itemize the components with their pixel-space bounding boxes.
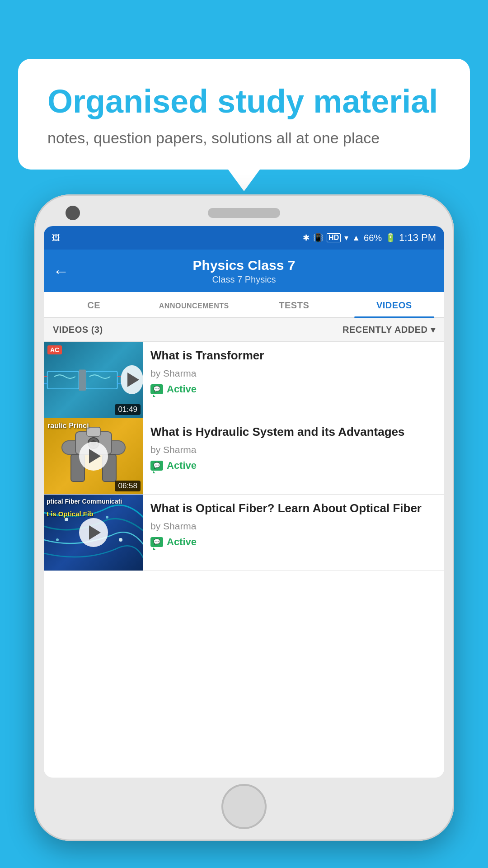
chevron-down-icon: ▾ (431, 324, 436, 335)
svg-rect-0 (47, 371, 79, 389)
battery-icon: 🔋 (385, 233, 395, 243)
video-status-3: 💬 Active (150, 536, 437, 548)
svg-point-16 (119, 538, 122, 542)
video-title-1: What is Transformer (150, 348, 437, 363)
speech-bubble-container: Organised study material notes, question… (18, 59, 470, 170)
hd-badge: HD (327, 233, 341, 242)
speech-bubble: Organised study material notes, question… (18, 59, 470, 170)
video-info-3: What is Optical Fiber? Learn About Optic… (143, 495, 444, 571)
svg-rect-1 (86, 371, 117, 389)
video-author-3: by Sharma (150, 521, 437, 532)
active-badge-2: Active (167, 460, 197, 472)
video-author-2: by Sharma (150, 444, 437, 455)
vibrate-icon: 📳 (313, 233, 323, 243)
signal-icon: ▲ (352, 233, 360, 243)
status-left: 🖼 (52, 233, 60, 243)
video-thumbnail-2: raulic Princi 06:58 (44, 418, 143, 494)
play-button-1[interactable] (121, 365, 143, 394)
phone-screen: 🖼 ✱ 📳 HD ▾ ▲ 66% 🔋 1:13 PM ← Physics Cla… (44, 226, 444, 778)
tabs-bar: CE ANNOUNCEMENTS TESTS VIDEOS (44, 292, 444, 318)
status-bar: 🖼 ✱ 📳 HD ▾ ▲ 66% 🔋 1:13 PM (44, 226, 444, 250)
chat-icon-1: 💬 (150, 384, 163, 394)
video-duration-2: 06:58 (115, 481, 141, 491)
sort-label: RECENTLY ADDED (343, 325, 428, 335)
video-status-1: 💬 Active (150, 383, 437, 395)
ce-badge: AC (47, 345, 62, 354)
video-list: AC 01:49 What is Transformer by Sharma 💬 (44, 342, 444, 571)
bubble-subtitle: notes, question papers, solutions all at… (47, 129, 441, 147)
home-button-area (44, 778, 444, 833)
video-thumbnail-3: ptical Fiber Communicati t is Optical Fi… (44, 495, 143, 571)
tab-ce[interactable]: CE (44, 292, 144, 317)
video-info-2: What is Hydraulic System and its Advanta… (143, 418, 444, 494)
video-item-3[interactable]: ptical Fiber Communicati t is Optical Fi… (44, 495, 444, 571)
video-title-3: What is Optical Fiber? Learn About Optic… (150, 501, 437, 516)
phone-wrapper: 🖼 ✱ 📳 HD ▾ ▲ 66% 🔋 1:13 PM ← Physics Cla… (34, 194, 454, 868)
filter-bar: VIDEOS (3) RECENTLY ADDED ▾ (44, 318, 444, 342)
svg-point-14 (65, 518, 68, 521)
video-duration-1: 01:49 (115, 404, 141, 415)
camera (66, 206, 80, 220)
header-breadcrumb: Class 7 Physics (78, 274, 410, 285)
home-button[interactable] (221, 784, 267, 829)
video-item-1[interactable]: AC 01:49 What is Transformer by Sharma 💬 (44, 342, 444, 418)
tab-announcements[interactable]: ANNOUNCEMENTS (144, 292, 244, 317)
video-thumbnail-1: AC 01:49 (44, 342, 143, 418)
status-right: ✱ 📳 HD ▾ ▲ 66% 🔋 1:13 PM (303, 232, 436, 244)
speaker (208, 208, 280, 218)
app-header: ← Physics Class 7 Class 7 Physics (44, 250, 444, 292)
svg-point-17 (56, 538, 59, 541)
play-icon-2 (89, 449, 101, 463)
wifi-icon: ▾ (344, 233, 348, 243)
phone-top-bar (44, 208, 444, 218)
video-title-2: What is Hydraulic System and its Advanta… (150, 425, 437, 440)
video-info-1: What is Transformer by Sharma 💬 Active (143, 342, 444, 418)
header-title: Physics Class 7 (78, 258, 410, 273)
play-button-3[interactable] (79, 518, 108, 547)
battery-percent: 66% (364, 233, 382, 243)
chat-icon-3: 💬 (150, 537, 163, 547)
video-item-2[interactable]: raulic Princi 06:58 What is Hydraulic Sy… (44, 418, 444, 495)
header-title-area: Physics Class 7 Class 7 Physics (78, 258, 410, 285)
tab-videos[interactable]: VIDEOS (344, 292, 445, 317)
video-status-2: 💬 Active (150, 460, 437, 472)
videos-count: VIDEOS (3) (53, 325, 103, 335)
back-button[interactable]: ← (53, 263, 69, 279)
svg-rect-2 (79, 370, 85, 391)
image-icon: 🖼 (52, 233, 60, 243)
bubble-title: Organised study material (47, 84, 441, 119)
active-badge-3: Active (167, 536, 197, 548)
phone-outer: 🖼 ✱ 📳 HD ▾ ▲ 66% 🔋 1:13 PM ← Physics Cla… (34, 194, 454, 841)
status-time: 1:13 PM (399, 232, 436, 244)
active-badge-1: Active (167, 383, 197, 395)
play-icon-1 (127, 373, 139, 387)
video-author-1: by Sharma (150, 368, 437, 379)
bluetooth-icon: ✱ (303, 233, 310, 243)
play-button-2[interactable] (79, 442, 108, 471)
tab-tests[interactable]: TESTS (244, 292, 344, 317)
play-icon-3 (89, 525, 101, 540)
chat-icon-2: 💬 (150, 461, 163, 471)
sort-filter[interactable]: RECENTLY ADDED ▾ (343, 324, 435, 335)
